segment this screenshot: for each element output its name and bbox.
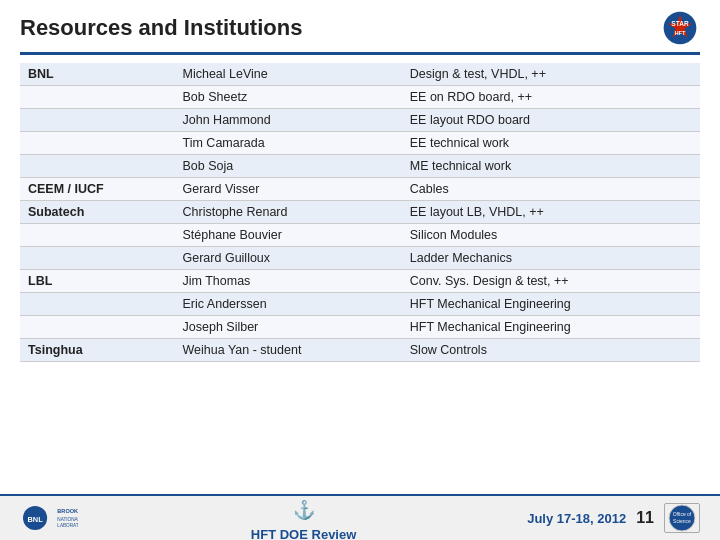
name-cell: Bob Soja [175,155,402,178]
footer-page-number: 11 [636,509,654,527]
svg-text:NATIONAL: NATIONAL [57,517,78,522]
table-row: Eric AnderssenHFT Mechanical Engineering [20,293,700,316]
role-cell: EE on RDO board, ++ [402,86,700,109]
table-row: TsinghuaWeihua Yan - studentSlow Control… [20,339,700,362]
table-row: Bob SheetzEE on RDO board, ++ [20,86,700,109]
institution-cell [20,86,175,109]
institution-cell [20,316,175,339]
footer-review-label: HFT DOE Review [251,527,356,541]
name-cell: Stéphane Bouvier [175,224,402,247]
ship-icon: ⚓ [286,495,322,525]
institution-cell: Tsinghua [20,339,175,362]
page: Resources and Institutions STAR HFT BNLM… [0,0,720,540]
role-cell: Silicon Modules [402,224,700,247]
table-row: SubatechChristophe RenardEE layout LB, V… [20,201,700,224]
name-cell: Weihua Yan - student [175,339,402,362]
svg-text:Science: Science [673,518,691,524]
page-title: Resources and Institutions [20,15,302,41]
institution-cell: CEEM / IUCF [20,178,175,201]
bnl-logo-svg: BNL BROOKHAVEN NATIONAL LABORATORY [20,505,78,531]
svg-text:Office of: Office of [673,511,692,517]
role-cell: Design & test, VHDL, ++ [402,63,700,86]
role-cell: Cables [402,178,700,201]
role-cell: Conv. Sys. Design & test, ++ [402,270,700,293]
table-row: Joseph SilberHFT Mechanical Engineering [20,316,700,339]
bnl-logo: BNL BROOKHAVEN NATIONAL LABORATORY [20,505,80,531]
institution-cell [20,109,175,132]
footer-center: ⚓ HFT DOE Review [251,495,356,541]
name-cell: Jim Thomas [175,270,402,293]
star-hft-logo: STAR HFT [660,10,700,46]
table-row: John HammondEE layout RDO board [20,109,700,132]
institution-cell: LBL [20,270,175,293]
svg-text:STAR: STAR [671,20,689,27]
institution-cell: BNL [20,63,175,86]
svg-text:BROOKHAVEN: BROOKHAVEN [57,508,78,514]
table-row: Gerard GuillouxLadder Mechanics [20,247,700,270]
table-row: Stéphane BouvierSilicon Modules [20,224,700,247]
footer-right: July 17-18, 2012 11 Office of Science [527,503,700,533]
institution-cell: Subatech [20,201,175,224]
role-cell: EE layout RDO board [402,109,700,132]
table-row: Bob SojaME technical work [20,155,700,178]
table-row: BNLMicheal LeVineDesign & test, VHDL, ++ [20,63,700,86]
name-cell: Gerard Visser [175,178,402,201]
footer: BNL BROOKHAVEN NATIONAL LABORATORY ⚓ HFT… [0,494,720,540]
table-row: Tim CamaradaEE technical work [20,132,700,155]
role-cell: Ladder Mechanics [402,247,700,270]
role-cell: ME technical work [402,155,700,178]
name-cell: Micheal LeVine [175,63,402,86]
institution-cell [20,132,175,155]
header: Resources and Institutions STAR HFT [0,0,720,52]
table-row: CEEM / IUCFGerard VisserCables [20,178,700,201]
name-cell: Joseph Silber [175,316,402,339]
institution-cell [20,293,175,316]
institution-cell [20,155,175,178]
doe-logo: Office of Science [664,503,700,533]
role-cell: HFT Mechanical Engineering [402,316,700,339]
name-cell: Gerard Guilloux [175,247,402,270]
svg-text:HFT: HFT [674,30,686,36]
name-cell: Christophe Renard [175,201,402,224]
svg-text:LABORATORY: LABORATORY [57,523,78,528]
name-cell: Bob Sheetz [175,86,402,109]
institution-cell [20,224,175,247]
role-cell: Slow Controls [402,339,700,362]
svg-text:BNL: BNL [27,515,43,524]
footer-left: BNL BROOKHAVEN NATIONAL LABORATORY [20,505,80,531]
name-cell: John Hammond [175,109,402,132]
logo-area: STAR HFT [660,10,700,46]
institutions-table: BNLMicheal LeVineDesign & test, VHDL, ++… [20,63,700,362]
name-cell: Eric Anderssen [175,293,402,316]
name-cell: Tim Camarada [175,132,402,155]
table-wrapper: BNLMicheal LeVineDesign & test, VHDL, ++… [0,55,720,494]
institution-cell [20,247,175,270]
role-cell: EE layout LB, VHDL, ++ [402,201,700,224]
table-row: LBLJim ThomasConv. Sys. Design & test, +… [20,270,700,293]
footer-date: July 17-18, 2012 [527,511,626,526]
role-cell: EE technical work [402,132,700,155]
role-cell: HFT Mechanical Engineering [402,293,700,316]
